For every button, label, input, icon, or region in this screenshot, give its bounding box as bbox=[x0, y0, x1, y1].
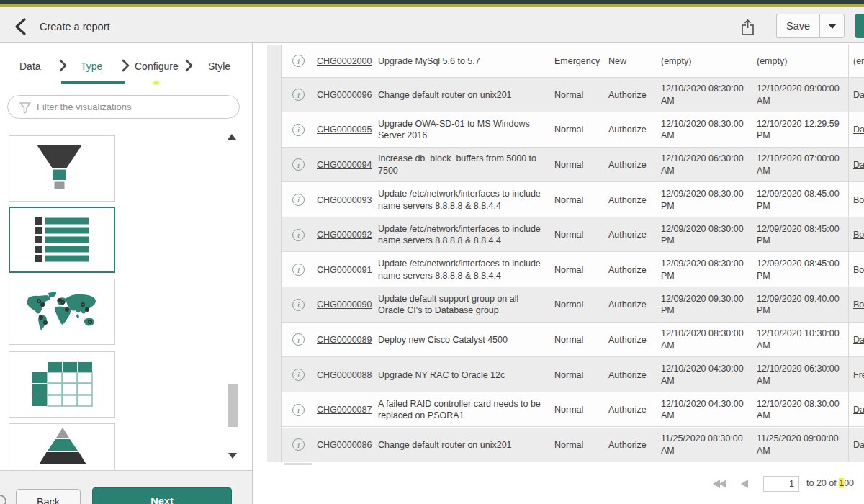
chevron-right-icon bbox=[58, 59, 68, 72]
planned-end-date: (empty) bbox=[757, 55, 840, 68]
viz-option-pyramid[interactable] bbox=[9, 423, 115, 470]
priority-value: Normal bbox=[554, 369, 605, 382]
tab-divider bbox=[0, 84, 253, 84]
info-circle-icon[interactable]: i bbox=[292, 229, 314, 241]
scrollbar-thumb[interactable] bbox=[228, 384, 238, 427]
state-value: Authorize bbox=[608, 264, 659, 276]
assigned-to-link[interactable]: Bow bbox=[853, 229, 864, 241]
assigned-to-link[interactable]: Dav bbox=[853, 439, 864, 451]
assigned-to-link[interactable]: Bow bbox=[853, 299, 864, 311]
record-list-area: iCHG0002000Upgrade MySql 5.6 to 5.7Emerg… bbox=[253, 43, 864, 504]
state-value: Authorize bbox=[608, 334, 659, 346]
state-value: Authorize bbox=[608, 159, 659, 171]
planned-end-date: 12/09/2020 08:45:00PM bbox=[757, 188, 840, 212]
assigned-to-link[interactable]: Bow bbox=[853, 194, 864, 207]
viz-option-list[interactable] bbox=[9, 207, 115, 273]
viz-option-map[interactable] bbox=[9, 279, 115, 345]
save-button[interactable]: Save bbox=[776, 14, 819, 38]
record-number-link[interactable]: CHG0000095 bbox=[317, 124, 376, 136]
info-circle-icon[interactable]: i bbox=[292, 124, 314, 136]
info-circle-icon[interactable]: i bbox=[292, 89, 314, 101]
record-number-link[interactable]: CHG0000090 bbox=[317, 299, 376, 311]
record-number-link[interactable]: CHG0002000 bbox=[317, 55, 376, 68]
visualization-list bbox=[0, 122, 253, 470]
table-row: iCHG0000086Change default router on unix… bbox=[282, 428, 864, 463]
priority-value: Normal bbox=[554, 334, 605, 346]
tab-configure[interactable]: Configure bbox=[135, 60, 179, 72]
share-icon[interactable] bbox=[739, 19, 757, 36]
record-number-link[interactable]: CHG0000096 bbox=[317, 89, 376, 102]
next-button[interactable]: Next bbox=[92, 487, 232, 504]
record-number-link[interactable]: CHG0000092 bbox=[317, 229, 376, 241]
filter-visualizations-input[interactable] bbox=[37, 96, 235, 117]
planned-start-date: 12/09/2020 08:30:00PM bbox=[661, 258, 744, 282]
info-circle-icon[interactable]: i bbox=[292, 438, 314, 451]
pagination-range-label: to 20 of 100 bbox=[806, 478, 854, 488]
active-tab-underline bbox=[61, 81, 125, 84]
report-wizard-panel: Data Type Configure Style bbox=[0, 43, 253, 504]
record-number-link[interactable]: CHG0000086 bbox=[317, 439, 376, 451]
table-row: iCHG0000087A failed RAID controller card… bbox=[282, 392, 864, 428]
tab-style[interactable]: Style bbox=[208, 60, 230, 72]
click-highlight-artifact bbox=[153, 81, 160, 85]
tab-data[interactable]: Data bbox=[19, 60, 41, 72]
scroll-down-arrow-icon[interactable] bbox=[228, 453, 238, 461]
assigned-to-link[interactable]: Dav bbox=[853, 159, 864, 171]
save-split-button: Save bbox=[776, 14, 845, 38]
planned-start-date: 12/09/2020 09:30:00PM bbox=[661, 293, 744, 317]
info-circle-icon[interactable]: i bbox=[292, 264, 314, 276]
short-description: Change default router on unix201 bbox=[378, 439, 548, 451]
assigned-to-link[interactable]: Bow bbox=[853, 264, 864, 276]
assigned-to-link[interactable]: Dav bbox=[853, 404, 864, 416]
caret-down-icon bbox=[828, 24, 837, 29]
planned-end-date: 12/10/2020 09:00:00AM bbox=[757, 83, 840, 107]
back-button[interactable]: Back bbox=[16, 489, 81, 504]
page-number-input[interactable] bbox=[763, 476, 799, 492]
save-dropdown-button[interactable] bbox=[819, 14, 845, 38]
pyramid-chart-icon bbox=[9, 424, 113, 470]
planned-end-date: 12/10/2020 08:30:00AM bbox=[757, 398, 840, 422]
tab-type[interactable]: Type bbox=[81, 60, 102, 73]
assigned-to-link: (em bbox=[853, 55, 864, 68]
planned-start-date: 12/10/2020 08:30:00AM bbox=[661, 118, 744, 142]
previous-page-icon[interactable] bbox=[741, 480, 749, 489]
info-circle-icon[interactable]: i bbox=[292, 333, 314, 346]
priority-value: Normal bbox=[554, 439, 605, 451]
short-description: Change default router on unix201 bbox=[378, 89, 548, 102]
planned-start-date: (empty) bbox=[661, 55, 744, 68]
info-circle-icon[interactable]: i bbox=[292, 194, 314, 206]
viz-option-funnel[interactable] bbox=[9, 135, 115, 202]
record-number-link[interactable]: CHG0000093 bbox=[317, 194, 376, 207]
info-circle-icon[interactable]: i bbox=[292, 404, 314, 416]
state-value: Authorize bbox=[608, 194, 659, 207]
assigned-to-link[interactable]: Dav bbox=[853, 124, 864, 136]
record-number-link[interactable]: CHG0000094 bbox=[317, 159, 376, 171]
app-header: Create a report Save bbox=[0, 7, 864, 43]
record-number-link[interactable]: CHG0000088 bbox=[317, 369, 376, 382]
table-row: iCHG0000089Deploy new Cisco Catalyst 450… bbox=[282, 323, 864, 358]
record-number-link[interactable]: CHG0000091 bbox=[317, 264, 376, 276]
short-description: Update /etc/network/interfaces to includ… bbox=[378, 188, 548, 212]
first-page-icon[interactable] bbox=[713, 480, 729, 489]
back-chevron-icon[interactable] bbox=[12, 17, 32, 36]
priority-value: Normal bbox=[554, 89, 605, 102]
priority-value: Normal bbox=[554, 159, 605, 171]
run-button-partial[interactable] bbox=[855, 14, 864, 38]
info-circle-icon[interactable]: i bbox=[292, 299, 314, 311]
assigned-to-link[interactable]: Dav bbox=[853, 89, 864, 102]
assigned-to-link[interactable]: Dav bbox=[853, 334, 864, 346]
planned-start-date: 12/10/2020 04:30:00AM bbox=[661, 363, 744, 387]
record-number-link[interactable]: CHG0000087 bbox=[317, 404, 376, 416]
priority-value: Normal bbox=[554, 404, 605, 416]
info-circle-icon[interactable]: i bbox=[292, 158, 314, 171]
scroll-up-arrow-icon[interactable] bbox=[228, 134, 238, 142]
record-number-link[interactable]: CHG0000089 bbox=[317, 334, 376, 346]
short-description: Deploy new Cisco Catalyst 4500 bbox=[378, 334, 548, 346]
info-circle-icon[interactable]: i bbox=[292, 369, 314, 381]
state-value: Authorize bbox=[608, 439, 659, 451]
viz-option-pivot[interactable] bbox=[9, 351, 115, 418]
assigned-to-link[interactable]: Fre bbox=[853, 369, 864, 382]
info-circle-icon[interactable]: i bbox=[292, 55, 314, 67]
planned-end-date: 12/09/2020 09:40:00PM bbox=[757, 293, 840, 317]
state-value: New bbox=[608, 55, 659, 68]
